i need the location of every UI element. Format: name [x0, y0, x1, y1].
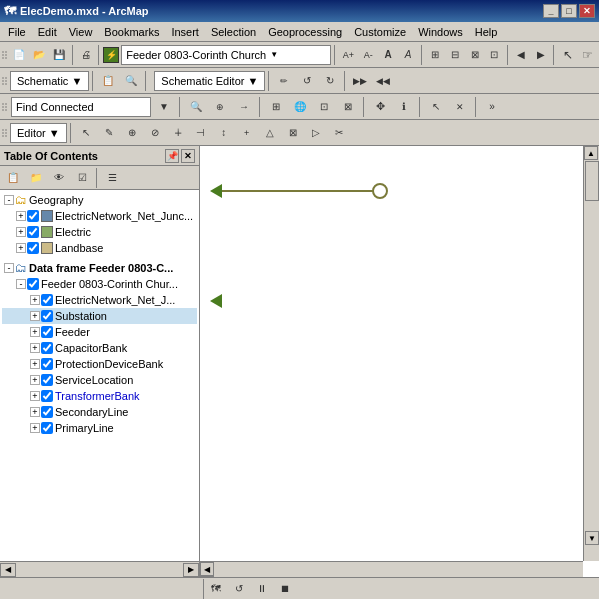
find-btn2[interactable]: ⊕: [209, 96, 231, 118]
schematic-dropdown[interactable]: Schematic ▼: [10, 71, 89, 91]
schematic-edit-btn4[interactable]: ▶▶: [349, 70, 371, 92]
tool-btn2[interactable]: ⊟: [445, 44, 464, 66]
zoom-out-btn[interactable]: A-: [359, 44, 378, 66]
toc-scroll-left[interactable]: ◀: [0, 563, 16, 577]
capacitorbank-checkbox[interactable]: [41, 342, 53, 354]
pan-btn[interactable]: ✥: [369, 96, 391, 118]
zoom-next-btn[interactable]: ⊠: [337, 96, 359, 118]
expand-electricnet-junc[interactable]: +: [16, 211, 26, 221]
toc-item-geography[interactable]: - 🗂 Geography: [2, 192, 197, 208]
scroll-left-button[interactable]: ◀: [200, 562, 214, 576]
menu-edit[interactable]: Edit: [32, 23, 63, 41]
menu-bookmarks[interactable]: Bookmarks: [98, 23, 165, 41]
expand-transformerbank[interactable]: +: [30, 391, 40, 401]
identify-btn[interactable]: ℹ: [393, 96, 415, 118]
expand-geography[interactable]: -: [4, 195, 14, 205]
toc-item-electricnet-junc[interactable]: + ElectricNetwork_Net_Junc...: [2, 208, 197, 224]
toc-source-btn[interactable]: 📁: [25, 167, 47, 189]
expand-dataframe[interactable]: -: [4, 263, 14, 273]
editor-btn9[interactable]: △: [259, 122, 281, 144]
map-nav-btn4[interactable]: ⏹: [274, 578, 296, 600]
editor-btn12[interactable]: ✂: [328, 122, 350, 144]
arrow-right-btn[interactable]: ▶: [532, 44, 551, 66]
find-connected-input[interactable]: [11, 97, 151, 117]
feeder2-checkbox[interactable]: [41, 326, 53, 338]
editor-btn1[interactable]: ↖: [75, 122, 97, 144]
secondaryline-checkbox[interactable]: [41, 406, 53, 418]
tool-btn4[interactable]: ⊡: [485, 44, 504, 66]
expand-capacitorbank[interactable]: +: [30, 343, 40, 353]
editor-btn11[interactable]: ▷: [305, 122, 327, 144]
find-dropdown-btn[interactable]: ▼: [153, 96, 175, 118]
menu-geoprocessing[interactable]: Geoprocessing: [262, 23, 348, 41]
select-btn[interactable]: ↖: [425, 96, 447, 118]
expand-feeder2[interactable]: +: [30, 327, 40, 337]
arrow-left-btn[interactable]: ◀: [512, 44, 531, 66]
toc-item-feeder2[interactable]: + Feeder: [2, 324, 197, 340]
toc-item-transformerbank[interactable]: + TransformerBank: [2, 388, 197, 404]
menu-view[interactable]: View: [63, 23, 99, 41]
editor-dropdown[interactable]: Editor ▼: [10, 123, 67, 143]
expand-secondaryline[interactable]: +: [30, 407, 40, 417]
expand-primaryline[interactable]: +: [30, 423, 40, 433]
menu-help[interactable]: Help: [469, 23, 504, 41]
toc-vis-btn[interactable]: 👁: [48, 167, 70, 189]
schematic-edit-btn1[interactable]: ✏: [273, 70, 295, 92]
map-nav-btn2[interactable]: ↺: [228, 578, 250, 600]
close-button[interactable]: ✕: [579, 4, 595, 18]
menu-customize[interactable]: Customize: [348, 23, 412, 41]
electric-checkbox[interactable]: [27, 226, 39, 238]
scroll-thumb-v[interactable]: [585, 161, 599, 201]
expand-electric[interactable]: +: [16, 227, 26, 237]
schematic-btn2[interactable]: 🔍: [120, 70, 142, 92]
tool-btn1[interactable]: ⊞: [425, 44, 444, 66]
schematic-edit-btn3[interactable]: ↻: [319, 70, 341, 92]
map-nav-btn1[interactable]: 🗺: [205, 578, 227, 600]
editor-btn4[interactable]: ⊘: [144, 122, 166, 144]
toc-item-feeder-corinth[interactable]: - Feeder 0803-Corinth Chur...: [2, 276, 197, 292]
more-btn[interactable]: »: [481, 96, 503, 118]
schematic-editor-dropdown[interactable]: Schematic Editor ▼: [154, 71, 265, 91]
landbase-checkbox[interactable]: [27, 242, 39, 254]
open-button[interactable]: 📂: [30, 44, 49, 66]
toc-item-substation[interactable]: + Substation: [2, 308, 197, 324]
find-btn3[interactable]: →: [233, 96, 255, 118]
minimize-button[interactable]: _: [543, 4, 559, 18]
editor-btn8[interactable]: +: [236, 122, 258, 144]
maximize-button[interactable]: □: [561, 4, 577, 18]
editor-btn5[interactable]: ∔: [167, 122, 189, 144]
scroll-down-button[interactable]: ▼: [585, 531, 599, 545]
find-btn1[interactable]: 🔍: [185, 96, 207, 118]
zoom-in-btn[interactable]: A+: [339, 44, 358, 66]
toc-item-landbase[interactable]: + Landbase: [2, 240, 197, 256]
new-button[interactable]: 📄: [10, 44, 29, 66]
save-button[interactable]: 💾: [50, 44, 69, 66]
primaryline-checkbox[interactable]: [41, 422, 53, 434]
text-btn1[interactable]: A: [379, 44, 398, 66]
text-btn2[interactable]: A: [399, 44, 418, 66]
schematic-edit-btn2[interactable]: ↺: [296, 70, 318, 92]
menu-insert[interactable]: Insert: [165, 23, 205, 41]
servicelocation-checkbox[interactable]: [41, 374, 53, 386]
schematic-edit-btn5[interactable]: ◀◀: [372, 70, 394, 92]
expand-substation[interactable]: +: [30, 311, 40, 321]
menu-selection[interactable]: Selection: [205, 23, 262, 41]
print-button[interactable]: 🖨: [76, 44, 95, 66]
toc-pin-button[interactable]: 📌: [165, 149, 179, 163]
hand-btn[interactable]: ☞: [578, 44, 597, 66]
zoom-layer-btn[interactable]: 🌐: [289, 96, 311, 118]
clear-btn[interactable]: ✕: [449, 96, 471, 118]
feeder-selector[interactable]: ⚡ Feeder 0803-Corinth Church ▼: [103, 45, 331, 65]
zoom-prev-btn[interactable]: ⊡: [313, 96, 335, 118]
menu-file[interactable]: File: [2, 23, 32, 41]
expand-electricnet-j2[interactable]: +: [30, 295, 40, 305]
feeder-corinth-checkbox[interactable]: [27, 278, 39, 290]
editor-btn10[interactable]: ⊠: [282, 122, 304, 144]
toc-list-btn[interactable]: 📋: [2, 167, 24, 189]
expand-feeder-corinth[interactable]: -: [16, 279, 26, 289]
editor-btn7[interactable]: ↕: [213, 122, 235, 144]
toc-item-capacitorbank[interactable]: + CapacitorBank: [2, 340, 197, 356]
cursor-btn[interactable]: ↖: [558, 44, 577, 66]
toc-close-button[interactable]: ✕: [181, 149, 195, 163]
toc-item-electric[interactable]: + Electric: [2, 224, 197, 240]
